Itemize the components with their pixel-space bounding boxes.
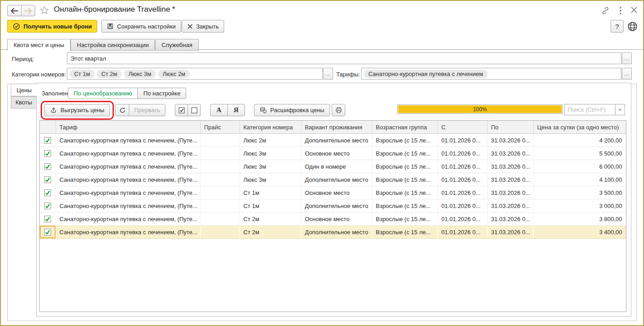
close-x-icon — [187, 24, 193, 29]
row-checkbox[interactable] — [44, 203, 51, 209]
more-menu-button[interactable] — [616, 6, 625, 15]
header-date-from[interactable]: С — [437, 121, 487, 134]
letter-ya-button[interactable]: Я — [227, 104, 245, 116]
page-tabs: Квота мест и цены Настройка синхронизаци… — [7, 39, 199, 51]
header-price-list[interactable]: Прайс — [200, 121, 240, 134]
cell-date_from: 01.01.2026 0... — [437, 213, 487, 226]
row-checkbox-cell[interactable] — [40, 173, 56, 186]
cell-variant: Дополнительное место — [301, 199, 372, 213]
uncheck-all-button[interactable] — [188, 104, 201, 116]
side-tab-prices[interactable]: Цены — [11, 84, 37, 96]
cell-tariff: Санаторно-курортная путевка с лечением, … — [56, 173, 200, 186]
table-row[interactable]: Санаторно-курортная путевка с лечением, … — [40, 160, 626, 173]
help-button[interactable]: ? — [611, 20, 624, 33]
cell-age_group: Взрослые (с 15 ле... — [372, 147, 437, 160]
save-settings-button[interactable]: Сохранить настройки — [101, 20, 181, 33]
row-checkbox-cell[interactable] — [40, 160, 56, 173]
tariffs-field[interactable]: Санаторно-курортная путевка с лечением — [361, 68, 621, 80]
header-tariff[interactable]: Тариф — [56, 121, 200, 134]
tab-kvota-mest-i-ceny[interactable]: Квота мест и цены — [7, 39, 71, 51]
tariffs-more-button[interactable]: ... — [622, 68, 632, 80]
table-row[interactable]: Санаторно-курортная путевка с лечением, … — [40, 134, 626, 147]
category-chip: Люкс 3м — [124, 70, 155, 78]
row-checkbox-cell[interactable] — [40, 199, 56, 213]
cell-variant: Основное место — [301, 186, 372, 199]
cell-category: Люкс 3м — [240, 160, 301, 173]
globe-icon[interactable] — [627, 21, 638, 32]
cell-category: Ст 2м — [240, 213, 301, 226]
row-checkbox-cell[interactable] — [40, 186, 56, 199]
cell-price: 3 400,00 — [533, 226, 626, 239]
cell-category: Люкс 3м — [240, 173, 301, 186]
row-checkbox-cell[interactable] — [40, 213, 56, 226]
forward-button[interactable] — [21, 5, 35, 16]
tab-nastroyka-sinhronizacii[interactable]: Настройка синхронизации — [71, 39, 155, 51]
table-row[interactable]: Санаторно-курортная путевка с лечением, … — [40, 186, 626, 199]
row-checkbox[interactable] — [44, 229, 51, 236]
table-row[interactable]: Санаторно-курортная путевка с лечением, … — [40, 173, 626, 186]
header-checkbox[interactable] — [40, 121, 56, 134]
upload-icon — [50, 106, 57, 114]
abort-label: Прервать — [134, 107, 160, 113]
row-checkbox[interactable] — [44, 216, 51, 222]
table-row[interactable]: Санаторно-курортная путевка с лечением, … — [40, 147, 626, 160]
table-row[interactable]: Санаторно-курортная путевка с лечением, … — [40, 199, 626, 213]
row-checkbox[interactable] — [44, 176, 51, 183]
fill-by-settings-toggle[interactable]: По настройке — [137, 88, 186, 99]
row-checkbox[interactable] — [44, 137, 51, 144]
back-button[interactable] — [8, 5, 21, 16]
refresh-button[interactable] — [115, 104, 129, 116]
window-close-button[interactable] — [630, 6, 638, 14]
room-categories-field[interactable]: Ст 1мСт 2мЛюкс 3мЛюкс 2м — [67, 68, 323, 80]
tab-sluzhebnaya[interactable]: Служебная — [155, 39, 198, 51]
header-age-group[interactable]: Возрастная группа — [372, 121, 437, 134]
header-price-per-day[interactable]: Цена за сутки (за одно место) — [533, 121, 626, 134]
cell-price_list — [200, 160, 240, 173]
period-more-button[interactable]: ... — [622, 52, 632, 64]
room-categories-more-button[interactable]: ... — [323, 68, 333, 80]
header-room-category[interactable]: Категория номера — [240, 121, 301, 134]
cell-date_from: 01.01.2026 0... — [437, 226, 487, 239]
cell-date_to: 31.03.2026 0... — [487, 173, 533, 186]
table-row[interactable]: Санаторно-курортная путевка с лечением, … — [40, 226, 626, 239]
cell-category: Ст 1м — [240, 199, 301, 213]
period-field[interactable] — [67, 52, 621, 64]
cell-date_from: 01.01.2026 0... — [437, 199, 487, 213]
price-breakdown-button[interactable]: Расшифровка цены — [254, 104, 330, 116]
row-checkbox[interactable] — [44, 189, 51, 196]
cell-price_list — [200, 226, 240, 239]
cell-price: 5 500,00 — [533, 147, 626, 160]
row-checkbox[interactable] — [44, 150, 51, 157]
letter-a-button[interactable]: А — [210, 104, 228, 116]
kebab-menu-icon — [616, 6, 625, 15]
get-link-button[interactable] — [601, 6, 610, 15]
row-checkbox-cell[interactable] — [40, 226, 56, 239]
row-checkbox[interactable] — [44, 163, 51, 170]
cell-date_to: 31.03.2026 0... — [487, 213, 533, 226]
cell-category: Ст 1м — [240, 186, 301, 199]
cell-date_to: 31.03.2026 0... — [487, 186, 533, 199]
row-checkbox-cell[interactable] — [40, 147, 56, 160]
close-form-button[interactable]: Закрыть — [182, 20, 224, 33]
print-button[interactable] — [332, 104, 345, 116]
cell-price_list — [200, 186, 240, 199]
row-checkbox-cell[interactable] — [40, 134, 56, 147]
check-all-button[interactable] — [175, 104, 188, 116]
abort-button[interactable]: Прервать — [129, 104, 165, 116]
header-date-to[interactable]: По — [487, 121, 533, 134]
fill-by-pricing-toggle[interactable]: По ценообразованию — [68, 88, 138, 99]
side-tab-quotas[interactable]: Квоты — [11, 96, 37, 109]
search-input[interactable] — [564, 104, 616, 115]
get-new-bookings-label: Получить новые брони — [24, 23, 92, 30]
cell-date_to: 31.03.2026 0... — [487, 147, 533, 160]
favorite-star-icon[interactable] — [39, 5, 49, 15]
period-input[interactable] — [70, 55, 619, 62]
search-clear-button[interactable]: × — [615, 104, 625, 115]
get-new-bookings-button[interactable]: Получить новые брони — [7, 20, 97, 33]
header-stay-variant[interactable]: Вариант проживания — [301, 121, 372, 134]
cell-age_group: Взрослые (с 15 ле... — [372, 213, 437, 226]
upload-prices-button[interactable]: Выгрузить цены — [44, 104, 110, 116]
close-icon — [630, 6, 638, 14]
table-row[interactable]: Санаторно-курортная путевка с лечением, … — [40, 213, 626, 226]
prices-grid: Тариф Прайс Категория номера Вариант про… — [39, 120, 626, 312]
